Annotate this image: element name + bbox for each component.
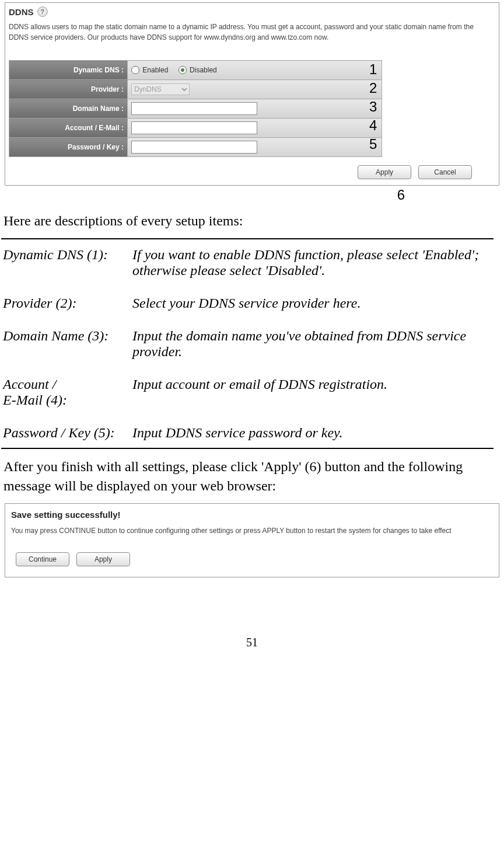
label-password: Password / Key : [9,138,128,157]
button-row: Apply Cancel [9,165,495,179]
value-dynamic-dns: Enabled Disabled [128,61,382,80]
ddns-form-table: Dynamic DNS : Enabled Disabled Provider … [9,60,382,157]
value-domain [128,99,382,119]
desc-5-text: Input DDNS service password or key. [132,424,491,444]
save-description: You may press CONTINUE button to continu… [11,525,493,536]
intro-text: Here are descriptions of every setup ite… [4,211,494,230]
annotation-1: 1 [369,61,377,78]
after-text: After you finish with all settings, plea… [4,457,494,495]
ddns-title-row: DDNS ? [9,6,495,17]
row-account: Account / E-Mail : [9,119,382,138]
desc-5-label: Password / Key (5): [2,424,131,444]
save-success-screenshot: Save setting successfully! You may press… [5,503,499,577]
annotation-3: 3 [369,99,377,115]
desc-4-label: Account / E-Mail (4): [2,376,131,423]
desc-1-text: If you want to enable DDNS function, ple… [132,246,491,294]
save-title: Save setting successfully! [11,510,493,520]
desc-row-2: Provider (2): Select your DDNS service p… [2,295,491,326]
desc-2-text: Select your DDNS service provider here. [132,295,491,326]
desc-row-5: Password / Key (5): Input DDNS service p… [2,424,491,444]
row-password: Password / Key : [9,138,382,157]
help-icon[interactable]: ? [37,6,48,17]
label-account: Account / E-Mail : [9,119,128,138]
provider-select[interactable]: DynDNS [131,83,190,95]
value-password [128,138,382,157]
label-dynamic-dns: Dynamic DNS : [9,61,128,80]
page-number: 51 [0,636,504,661]
account-input[interactable] [131,121,257,134]
desc-4-label-line2: E-Mail (4): [3,392,67,408]
row-provider: Provider : DynDNS [9,80,382,99]
radio-enabled[interactable] [131,66,139,74]
radio-enabled-label: Enabled [142,66,168,74]
row-domain: Domain Name : [9,99,382,119]
desc-row-3: Domain Name (3): Input the domain name y… [2,328,491,375]
cancel-button[interactable]: Cancel [418,165,472,179]
apply-button-2[interactable]: Apply [76,552,130,566]
desc-4-text: Input account or email of DDNS registrat… [132,376,491,423]
desc-2-label: Provider (2): [2,295,131,326]
hr-top [1,238,494,239]
desc-3-label: Domain Name (3): [2,328,131,375]
ddns-title: DDNS [9,7,34,17]
desc-3-text: Input the domain name you've obtained fr… [132,328,491,375]
row-dynamic-dns: Dynamic DNS : Enabled Disabled [9,61,382,80]
annotation-5: 5 [369,136,377,152]
radio-disabled[interactable] [178,66,187,74]
desc-4-label-line1: Account / [3,377,56,392]
desc-1-label: Dynamic DNS (1): [2,246,131,294]
label-provider: Provider : [9,80,128,99]
apply-button[interactable]: Apply [358,165,411,179]
description-table: Dynamic DNS (1): If you want to enable D… [1,245,492,445]
value-provider: DynDNS [128,80,382,99]
desc-row-4: Account / E-Mail (4): Input account or e… [2,376,491,423]
annotation-2: 2 [369,80,377,96]
hr-bottom [1,448,494,449]
ddns-description: DDNS allows users to map the static doma… [9,22,495,43]
radio-disabled-label: Disabled [190,66,217,74]
continue-button[interactable]: Continue [16,552,69,566]
label-domain: Domain Name : [9,99,128,119]
annotation-4: 4 [369,117,377,134]
ddns-config-screenshot: DDNS ? DDNS allows users to map the stat… [5,2,499,186]
desc-row-1: Dynamic DNS (1): If you want to enable D… [2,246,491,294]
value-account [128,119,382,138]
domain-input[interactable] [131,102,257,115]
annotation-6: 6 [0,187,504,203]
password-input[interactable] [131,141,257,154]
